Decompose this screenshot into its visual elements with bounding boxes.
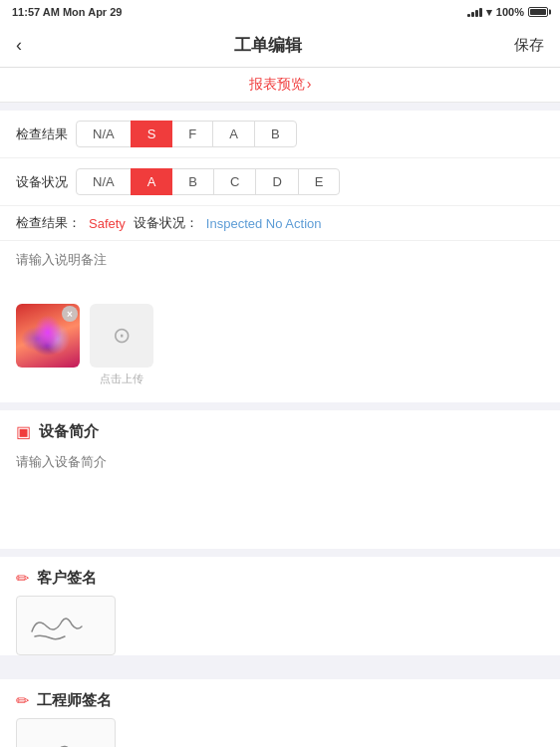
tab-e[interactable]: E: [298, 168, 341, 195]
customer-signature-title-row: ✏ 客户签名: [0, 557, 560, 596]
inspection-result-tabs: N/A S F A B: [76, 121, 296, 147]
section-divider-4: [0, 671, 560, 679]
battery-percent: 100%: [496, 6, 524, 18]
tab-d[interactable]: D: [255, 168, 298, 195]
tab-c[interactable]: C: [213, 168, 256, 195]
engineer-signature-icon: ✏: [16, 691, 29, 710]
inspection-result-row: 检查结果 N/A S F A B: [0, 111, 560, 158]
report-preview-link[interactable]: 报表预览›: [0, 68, 560, 103]
battery-icon: [528, 7, 548, 17]
device-intro-section: ▣ 设备简介: [0, 410, 560, 549]
customer-signature-canvas[interactable]: [16, 596, 116, 655]
nav-bar: ‹ 工单编辑 保存: [0, 24, 560, 68]
photo-row: × ⊙ 点击上传: [16, 304, 544, 386]
photo-delete-button[interactable]: ×: [62, 306, 78, 322]
note-input[interactable]: [16, 251, 544, 281]
device-intro-input[interactable]: [0, 449, 560, 549]
engineer-signature-title-row: ✏ 工程师签名: [0, 679, 560, 718]
device-status-static-label: 设备状况：: [134, 214, 198, 232]
tab-na-1[interactable]: N/A: [76, 121, 132, 147]
tab-f[interactable]: F: [171, 121, 213, 147]
result-display-row: 检查结果： Safety 设备状况： Inspected No Action: [0, 206, 560, 241]
device-status-value: Inspected No Action: [206, 216, 322, 231]
photo-add-button[interactable]: ⊙: [90, 304, 153, 368]
tab-a-2[interactable]: A: [131, 168, 173, 195]
upload-label: 点击上传: [100, 372, 143, 386]
note-section: [0, 241, 560, 294]
tab-a-1[interactable]: A: [212, 121, 255, 147]
engineer-signature-section: ✏ 工程师签名: [0, 679, 560, 747]
wifi-icon: ▾: [486, 6, 492, 19]
customer-signature-drawing: [17, 597, 115, 654]
signal-icon: [467, 7, 482, 17]
device-status-label: 设备状况: [16, 173, 68, 191]
section-divider-1: [0, 103, 560, 111]
customer-signature-section: ✏ 客户签名: [0, 557, 560, 655]
engineer-signature-title: 工程师签名: [37, 691, 112, 710]
device-status-tabs: N/A A B C D E: [76, 168, 339, 195]
tab-b-2[interactable]: B: [171, 168, 214, 195]
engineer-signature-canvas[interactable]: [16, 718, 116, 747]
device-status-row: 设备状况 N/A A B C D E: [0, 158, 560, 206]
report-link-label: 报表预览: [249, 76, 305, 92]
save-button[interactable]: 保存: [514, 36, 544, 55]
inspection-result-static-label: 检查结果：: [16, 214, 81, 232]
tab-na-2[interactable]: N/A: [76, 168, 132, 195]
back-button[interactable]: ‹: [16, 35, 22, 56]
photo-section: × ⊙ 点击上传: [0, 294, 560, 402]
section-divider-3: [0, 549, 560, 557]
report-link-arrow: ›: [307, 76, 312, 92]
engineer-signature-drawing: [17, 719, 115, 747]
device-intro-title-row: ▣ 设备简介: [0, 410, 560, 449]
customer-signature-title: 客户签名: [37, 569, 97, 588]
tab-s[interactable]: S: [131, 121, 173, 147]
status-bar: 11:57 AM Mon Apr 29 ▾ 100%: [0, 0, 560, 24]
camera-icon: ⊙: [113, 325, 131, 347]
device-intro-icon: ▣: [16, 422, 31, 441]
photo-thumbnail[interactable]: ×: [16, 304, 80, 368]
inspection-result-value: Safety: [89, 216, 126, 231]
status-time: 11:57 AM Mon Apr 29: [12, 6, 122, 18]
inspection-result-label: 检查结果: [16, 125, 68, 143]
device-intro-title: 设备简介: [39, 422, 99, 441]
customer-signature-icon: ✏: [16, 569, 29, 588]
tab-b-1[interactable]: B: [254, 121, 297, 147]
page-title: 工单编辑: [234, 34, 302, 57]
status-indicators: ▾ 100%: [467, 6, 548, 19]
section-divider-2: [0, 402, 560, 410]
